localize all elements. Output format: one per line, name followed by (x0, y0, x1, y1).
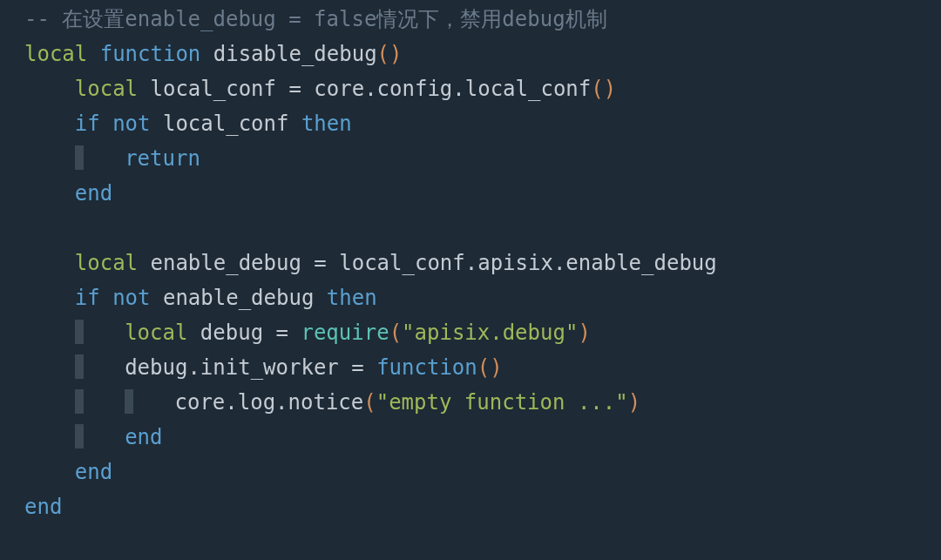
path-init-worker: debug.init_worker (125, 355, 339, 380)
code-line: core.log.notice("empty function ...") (24, 390, 640, 415)
paren-close: ) (628, 390, 640, 415)
keyword-end: end (24, 495, 62, 519)
keyword-end: end (75, 460, 112, 484)
code-block: -- 在设置enable_debug = false情况下，禁用debug机制 … (0, 0, 941, 526)
keyword-then: then (301, 111, 352, 136)
code-line: debug.init_worker = function() (24, 355, 503, 380)
code-line: local debug = require("apisix.debug") (24, 320, 591, 345)
paren-open: ( (477, 355, 490, 380)
fn-require: require (301, 320, 389, 345)
op-eq: = (351, 355, 363, 380)
comment-token: -- (24, 7, 50, 31)
paren-close: ) (604, 77, 616, 101)
indent-guide (75, 354, 84, 379)
op-eq: = (314, 251, 326, 275)
paren-open: ( (377, 42, 389, 66)
comment-text: 在设置enable_debug = false情况下，禁用debug机制 (50, 7, 607, 31)
code-line: end (24, 425, 163, 449)
var-enable-debug: enable_debug (151, 251, 301, 275)
var-enable-debug: enable_debug (163, 286, 314, 310)
code-line: local local_conf = core.config.local_con… (24, 77, 616, 101)
keyword-end: end (75, 181, 112, 206)
var-local-conf: local_conf (151, 77, 277, 101)
keyword-function: function (376, 355, 477, 380)
code-line: end (24, 495, 62, 519)
paren-close: ) (389, 42, 402, 66)
code-line (24, 216, 37, 240)
keyword-local: local (24, 42, 87, 66)
keyword-if: if (75, 286, 100, 310)
code-line: end (24, 460, 112, 484)
paren-open: ( (363, 390, 376, 415)
code-line: if not enable_debug then (24, 286, 377, 310)
keyword-not: not (112, 286, 150, 310)
code-line: end (24, 181, 112, 206)
code-line: return (24, 146, 200, 171)
string-token: "empty function ..." (376, 390, 628, 415)
call-path: core.config.local_conf (314, 77, 591, 101)
keyword-then: then (327, 286, 377, 310)
keyword-local: local (125, 320, 187, 345)
indent-guide (75, 320, 84, 344)
paren-open: ( (591, 77, 603, 101)
indent-guide (125, 389, 133, 414)
keyword-not: not (112, 111, 150, 136)
var-local-conf: local_conf (163, 111, 289, 136)
code-line: local enable_debug = local_conf.apisix.e… (24, 251, 717, 275)
code-line: if not local_conf then (24, 111, 352, 136)
keyword-local: local (75, 77, 138, 101)
path-log-notice: core.log.notice (175, 390, 364, 415)
op-eq: = (276, 320, 288, 345)
paren-close: ) (578, 320, 590, 345)
keyword-if: if (75, 111, 100, 136)
code-line: local function disable_debug() (24, 42, 403, 66)
indent-guide (75, 389, 84, 414)
op-eq: = (288, 77, 301, 101)
function-name: disable_debug (213, 42, 377, 66)
indent-guide (75, 424, 84, 449)
keyword-end: end (125, 425, 162, 449)
string-token: "apisix.debug" (402, 320, 578, 345)
keyword-return: return (125, 146, 200, 171)
indent-guide (75, 145, 84, 170)
code-line: -- 在设置enable_debug = false情况下，禁用debug机制 (24, 7, 607, 31)
keyword-function: function (100, 42, 201, 66)
path-enable-debug: local_conf.apisix.enable_debug (339, 251, 716, 275)
paren-open: ( (389, 320, 402, 345)
paren-close: ) (490, 355, 502, 380)
var-debug: debug (200, 320, 263, 345)
keyword-local: local (75, 251, 138, 275)
